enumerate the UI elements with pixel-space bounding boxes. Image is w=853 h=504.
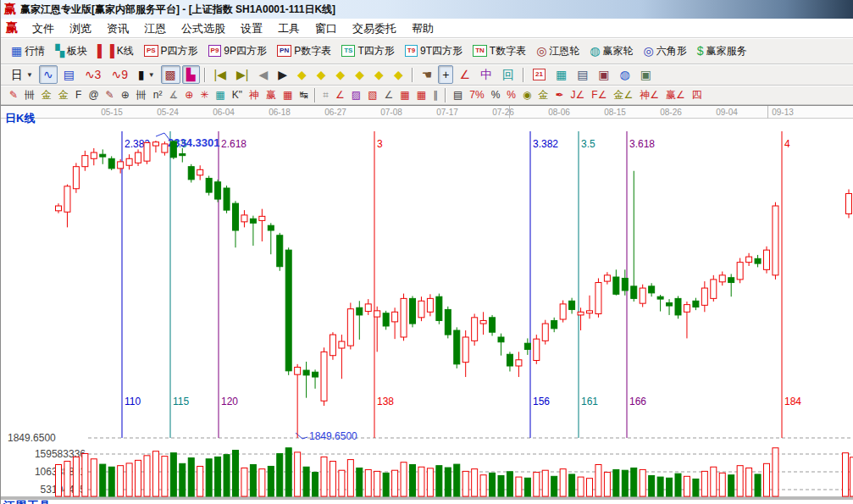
- radial-web-button[interactable]: ✳: [197, 87, 211, 103]
- protractor-button[interactable]: ⊕: [119, 87, 132, 103]
- flag-pen-button[interactable]: ✒: [552, 87, 566, 103]
- fan-lines-button[interactable]: ∠: [333, 87, 347, 103]
- winner-service-button[interactable]: $赢家服务: [693, 42, 751, 60]
- shift-right-button[interactable]: ◆: [313, 65, 330, 84]
- menu-browse[interactable]: 浏览: [62, 20, 99, 36]
- menu-trade[interactable]: 交易委托: [345, 20, 404, 36]
- circle-cross-button[interactable]: ⊕: [182, 87, 196, 103]
- menu-help[interactable]: 帮助: [404, 20, 441, 36]
- square4-button[interactable]: 四: [690, 87, 705, 103]
- wave-3-button[interactable]: ∿3: [80, 65, 106, 84]
- quotes-button[interactable]: ▦行情: [7, 42, 49, 60]
- gann-shape-purple-button[interactable]: 中: [476, 65, 496, 84]
- menu-tools[interactable]: 工具: [270, 20, 307, 36]
- frame-box-button[interactable]: ⌗: [320, 87, 331, 103]
- kline-chart-area[interactable]: 1849.6500159583336106388891531944452.382…: [1, 119, 853, 504]
- kline-chart-canvas[interactable]: 1849.6500159583336106388891531944452.382…: [1, 119, 853, 504]
- 9t-square-button[interactable]: T99T四方形: [401, 42, 467, 60]
- kline-button[interactable]: ▌▐K线: [93, 42, 138, 60]
- calculator-button[interactable]: ▦: [551, 65, 571, 84]
- time-ruler-button[interactable]: 卌: [22, 87, 37, 103]
- calendar-button[interactable]: 21: [529, 65, 550, 84]
- calculator-icon: ▦: [556, 69, 567, 80]
- menu-window[interactable]: 窗口: [307, 20, 345, 36]
- grid-ruler-button[interactable]: 卌: [134, 87, 149, 103]
- 9p-square-button[interactable]: P99P四方形: [204, 42, 271, 60]
- percent-button[interactable]: %: [489, 87, 503, 103]
- gann-shape-teal-button[interactable]: 回: [498, 65, 518, 84]
- save-button[interactable]: ▣: [594, 65, 613, 84]
- wave-9-button[interactable]: ∿9: [107, 65, 132, 84]
- angle-measure-button[interactable]: ∠: [455, 65, 474, 84]
- trend-line-button[interactable]: ∠: [382, 87, 396, 103]
- p-number-table-button[interactable]: PNP数字表: [273, 42, 335, 60]
- box-fan-red-button[interactable]: ▧: [365, 87, 379, 103]
- f-angle-button[interactable]: F∠: [589, 87, 609, 103]
- kline-icon: ▌▐: [97, 45, 114, 57]
- f-ruler-button[interactable]: F: [73, 87, 84, 103]
- svg-text:2.618: 2.618: [221, 138, 246, 150]
- shen-angle-button[interactable]: 神∠: [637, 87, 662, 103]
- span-arrows-button[interactable]: ↹: [296, 87, 310, 103]
- web-box-button[interactable]: ▦: [213, 87, 227, 103]
- ying-angle-button[interactable]: 赢∠: [663, 87, 688, 103]
- winner-wheel-button[interactable]: ◍赢家轮: [585, 42, 637, 60]
- shen-grid-button[interactable]: 神: [246, 87, 262, 103]
- spiral-button[interactable]: @: [86, 87, 101, 103]
- gann-wheel-button[interactable]: ◎江恩轮: [532, 42, 584, 60]
- t-square-button[interactable]: TST四方形: [337, 42, 399, 60]
- last-page-button[interactable]: ▶|: [232, 65, 252, 84]
- expand-button[interactable]: ◆: [390, 65, 407, 84]
- draw-pencil-button[interactable]: ✎: [7, 87, 20, 103]
- k-marks-button[interactable]: K": [230, 87, 245, 103]
- grid-123-button[interactable]: ▦: [280, 87, 295, 103]
- prev-page-button[interactable]: ◀: [254, 65, 272, 84]
- percent-lines-button[interactable]: %: [504, 87, 518, 103]
- menu-file[interactable]: 文件: [25, 20, 62, 36]
- shift-left-button[interactable]: ◆: [293, 65, 311, 84]
- n-square-button[interactable]: n²: [151, 87, 165, 103]
- menu-gann[interactable]: 江恩: [136, 20, 174, 36]
- gold-lines-button[interactable]: 金: [535, 87, 551, 103]
- web-sync-button[interactable]: ◍: [616, 65, 634, 84]
- j-angle-button[interactable]: J∠: [568, 87, 588, 103]
- gold-angle-button[interactable]: 金∠: [611, 87, 635, 103]
- parallel-lines-button[interactable]: ∥: [430, 87, 440, 103]
- menu-news[interactable]: 资讯: [99, 20, 136, 36]
- zoom-out-button[interactable]: ◆: [332, 65, 350, 84]
- box-fan-purple-button[interactable]: ▨: [349, 87, 363, 103]
- hand-tool-button[interactable]: ☚: [418, 65, 437, 84]
- angle-a-button[interactable]: ∡: [166, 87, 180, 103]
- remote-pc-button[interactable]: ▣: [636, 65, 656, 84]
- menu-settings[interactable]: 设置: [233, 20, 270, 36]
- crosshair-tool-button[interactable]: +: [438, 65, 453, 84]
- gold-ruler-1-button[interactable]: 金: [39, 87, 54, 103]
- zigzag-tool-button[interactable]: ∿: [39, 65, 58, 84]
- volume-profile-button[interactable]: ▙: [182, 65, 200, 84]
- first-page-button[interactable]: |◀: [210, 65, 230, 84]
- gold-circle-button[interactable]: ◉: [520, 87, 534, 103]
- notes-button[interactable]: ▤: [573, 65, 592, 84]
- sectors-button[interactable]: ▚板块: [51, 42, 91, 60]
- fan-lines-icon: ∠: [335, 90, 345, 100]
- gold-ruler-2-button[interactable]: 金: [56, 87, 71, 103]
- red-grid-2-button[interactable]: ▦: [414, 87, 429, 103]
- ying-grid-button[interactable]: 赢: [263, 87, 279, 103]
- period-daily-dropdown[interactable]: 日▼: [7, 65, 37, 84]
- pencil-ruler-button[interactable]: ✎: [103, 87, 117, 103]
- zoom-in-button[interactable]: ◆: [351, 65, 368, 84]
- menu-formula-stockpick[interactable]: 公式选股: [174, 20, 233, 36]
- pattern-overlay-button[interactable]: ▩: [161, 65, 180, 84]
- compress-button[interactable]: ◆: [370, 65, 388, 84]
- t-number-table-button[interactable]: TNT数字表: [468, 42, 530, 60]
- bar-stats-button[interactable]: ▤: [451, 87, 465, 103]
- menu-logo-icon: 赢: [1, 20, 25, 36]
- f10-info-button[interactable]: ▤: [59, 65, 79, 84]
- hexagon-button[interactable]: ◎六角形: [640, 42, 691, 60]
- candle-style-dropdown[interactable]: ▮▼: [134, 65, 159, 84]
- red-grid-1-button[interactable]: ▦: [397, 87, 412, 103]
- percent-7-button[interactable]: 7%: [467, 87, 486, 103]
- next-page-button[interactable]: ▶: [274, 65, 291, 84]
- date-axis: 05-1505-2406-0406-1806-2707-0807-1707-26…: [1, 105, 853, 119]
- p-square-button[interactable]: PSP四方形: [140, 42, 202, 60]
